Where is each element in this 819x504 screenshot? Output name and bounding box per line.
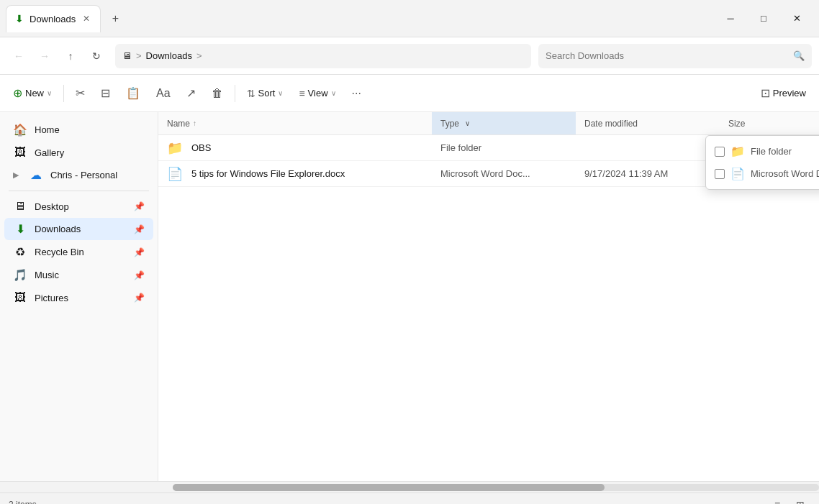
checkbox-word[interactable] — [715, 169, 725, 179]
desktop-icon: 🖥 — [13, 200, 27, 213]
col-type-chevron-icon: ∨ — [465, 119, 470, 127]
sidebar-item-label-gallery: Gallery — [35, 147, 64, 158]
col-name-sort-icon: ↑ — [193, 119, 196, 127]
new-label: New — [25, 88, 44, 98]
pin-icon-pictures: 📌 — [134, 293, 145, 303]
copy-button[interactable]: ⊟ — [94, 81, 117, 106]
dropdown-item-word[interactable]: 📄 Microsoft Word Document — [706, 162, 819, 185]
col-size-header[interactable]: Size — [720, 119, 819, 129]
file-area: Name ↑ Type ∨ 📁 File folder 📄 Micro — [158, 112, 819, 481]
folder-icon-obs: 📁 — [167, 140, 183, 156]
window-controls: ─ □ ✕ — [714, 7, 813, 30]
copy-icon: ⊟ — [101, 86, 110, 100]
file-name-docx: 📄 5 tips for Windows File Explorer.docx — [158, 166, 432, 182]
dropdown-item-folder[interactable]: 📁 File folder — [706, 140, 819, 162]
col-type-label: Type — [440, 119, 459, 129]
sort-chevron-icon: ∨ — [278, 89, 283, 97]
col-name-header[interactable]: Name ↑ — [158, 119, 432, 129]
gallery-icon: 🖼 — [13, 146, 27, 159]
scrollbar-thumb[interactable] — [173, 484, 605, 491]
file-type-label-obs: File folder — [440, 142, 481, 153]
dropdown-label-word: Microsoft Word Document — [751, 168, 819, 179]
close-window-button[interactable]: ✕ — [780, 7, 813, 30]
sort-button[interactable]: ⇅ Sort ∨ — [240, 81, 291, 106]
sidebar-item-desktop[interactable]: 🖥 Desktop 📌 — [4, 196, 153, 217]
tab-title: Downloads — [30, 14, 76, 24]
checkbox-folder[interactable] — [715, 147, 725, 157]
forward-button[interactable]: → — [33, 45, 56, 68]
type-filter-dropdown: 📁 File folder 📄 Microsoft Word Document — [705, 135, 819, 190]
sidebar-item-home[interactable]: 🏠 Home — [4, 119, 153, 141]
dropdown-label-folder: File folder — [751, 146, 792, 157]
share-button[interactable]: ↗ — [179, 81, 203, 106]
view-label: View — [308, 88, 328, 98]
main-content: 🏠 Home 🖼 Gallery ▶ ☁ Chris - Personal 🖥 … — [0, 112, 819, 481]
file-name-obs: 📁 OBS — [158, 140, 432, 156]
folder-icon: 📁 — [730, 145, 745, 158]
sidebar-item-label-desktop: Desktop — [35, 201, 69, 212]
preview-button[interactable]: ⊡ Preview — [754, 81, 813, 106]
downloads-icon: ⬇ — [13, 222, 27, 236]
col-date-header[interactable]: Date modified — [576, 119, 720, 129]
column-headers: Name ↑ Type ∨ 📁 File folder 📄 Micro — [158, 112, 819, 135]
expand-icon: ▶ — [13, 170, 22, 180]
sidebar-item-label-music: Music — [35, 270, 59, 280]
sidebar-item-label-downloads: Downloads — [35, 224, 81, 234]
new-button[interactable]: ⊕ New ∨ — [6, 81, 59, 106]
pin-icon-music: 📌 — [134, 270, 145, 280]
cut-button[interactable]: ✂ — [68, 81, 92, 106]
statusbar: 2 items ≡ ⊞ — [0, 492, 819, 504]
share-icon: ↗ — [186, 86, 196, 100]
pc-icon: 🖥 — [122, 50, 132, 61]
search-box[interactable]: 🔍 — [538, 44, 812, 68]
sidebar-item-music[interactable]: 🎵 Music 📌 — [4, 264, 153, 286]
delete-icon: 🗑 — [212, 87, 223, 100]
close-tab-button[interactable]: ✕ — [81, 12, 91, 25]
up-button[interactable]: ↑ — [59, 45, 82, 68]
col-size-label: Size — [728, 119, 745, 129]
refresh-button[interactable]: ↻ — [85, 45, 108, 68]
maximize-button[interactable]: □ — [747, 7, 780, 30]
titlebar: ⬇ Downloads ✕ + ─ □ ✕ — [0, 0, 819, 37]
view-lines-icon: ≡ — [299, 88, 304, 99]
paste-icon: 📋 — [126, 86, 140, 100]
sidebar-item-chris-personal[interactable]: ▶ ☁ Chris - Personal — [4, 164, 153, 186]
sidebar-item-gallery[interactable]: 🖼 Gallery — [4, 142, 153, 163]
pin-icon-downloads: 📌 — [134, 224, 145, 234]
preview-pane-icon: ⊡ — [761, 86, 770, 100]
list-view-button[interactable]: ≡ — [767, 496, 787, 505]
sidebar-item-downloads[interactable]: ⬇ Downloads 📌 — [4, 218, 153, 240]
new-chevron-icon: ∨ — [47, 89, 52, 97]
sidebar-item-label-chris: Chris - Personal — [50, 170, 117, 180]
view-toggles: ≡ ⊞ — [767, 496, 810, 505]
search-icon: 🔍 — [793, 50, 805, 61]
horizontal-scrollbar[interactable] — [0, 481, 819, 492]
rename-button[interactable]: Aa — [149, 81, 178, 106]
file-label-obs: OBS — [191, 142, 211, 153]
preview-label: Preview — [773, 88, 806, 98]
col-type-header[interactable]: Type ∨ 📁 File folder 📄 Microsoft Word Do… — [432, 112, 576, 134]
rename-icon: Aa — [156, 87, 171, 100]
back-button[interactable]: ← — [7, 45, 30, 68]
sidebar-item-pictures[interactable]: 🖼 Pictures 📌 — [4, 287, 153, 308]
tab-download-icon: ⬇ — [15, 13, 24, 24]
delete-button[interactable]: 🗑 — [204, 81, 230, 106]
more-options-button[interactable]: ··· — [345, 81, 368, 106]
search-input[interactable] — [546, 50, 787, 61]
add-tab-button[interactable]: + — [105, 9, 125, 29]
pin-icon-recycle: 📌 — [134, 247, 145, 257]
addressbar: ← → ↑ ↻ 🖥 > Downloads > 🔍 — [0, 37, 819, 75]
sort-label: Sort — [258, 88, 276, 98]
sidebar-item-label-home: Home — [35, 124, 60, 135]
grid-view-button[interactable]: ⊞ — [790, 496, 810, 505]
file-type-label-docx: Microsoft Word Doc... — [440, 168, 530, 179]
view-chevron-icon: ∨ — [331, 89, 336, 97]
sidebar-item-recycle-bin[interactable]: ♻ Recycle Bin 📌 — [4, 241, 153, 263]
active-tab[interactable]: ⬇ Downloads ✕ — [6, 5, 101, 32]
scrollbar-track[interactable] — [173, 484, 819, 491]
address-path[interactable]: 🖥 > Downloads > — [115, 44, 531, 68]
music-icon: 🎵 — [13, 268, 27, 282]
minimize-button[interactable]: ─ — [714, 7, 747, 30]
paste-button[interactable]: 📋 — [119, 81, 148, 106]
view-button[interactable]: ≡ View ∨ — [291, 81, 343, 106]
